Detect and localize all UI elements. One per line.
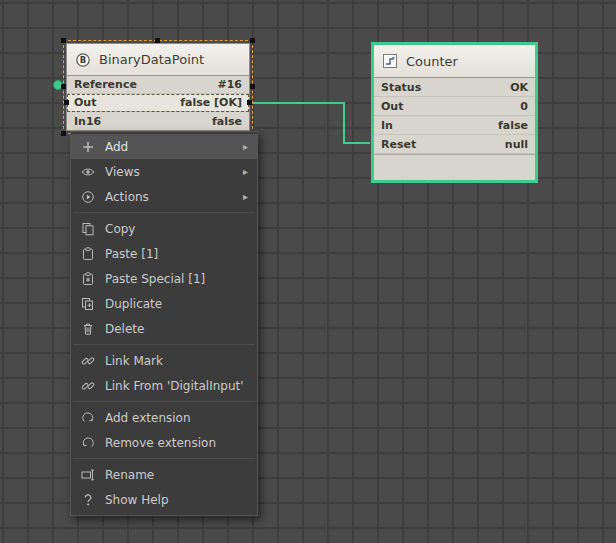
node-binary-data-point[interactable]: B BinaryDataPoint Reference #16 Out fals… xyxy=(66,43,250,131)
slot-handle[interactable] xyxy=(64,100,69,105)
menu-separator xyxy=(73,458,255,459)
menu-item-add[interactable]: Add ▸ xyxy=(71,134,257,159)
actions-icon xyxy=(80,189,96,205)
selection-handle[interactable] xyxy=(155,38,160,43)
context-menu: Add ▸ Views ▸ Actions ▸ xyxy=(70,131,258,516)
property-row-reset[interactable]: Reset null xyxy=(374,135,535,154)
add-extension-icon xyxy=(80,410,96,426)
submenu-arrow-icon: ▸ xyxy=(243,166,248,177)
counter-icon xyxy=(382,53,398,69)
menu-item-paste-special[interactable]: Paste Special [1] xyxy=(71,266,257,291)
node-title: BinaryDataPoint xyxy=(99,52,204,67)
delete-icon xyxy=(80,321,96,337)
rename-icon xyxy=(80,467,96,483)
wire-out-to-in[interactable] xyxy=(251,103,370,143)
menu-item-add-extension[interactable]: Add extension xyxy=(71,405,257,430)
submenu-arrow-icon: ▸ xyxy=(243,191,248,202)
slot-handle[interactable] xyxy=(247,100,252,105)
link-icon xyxy=(80,378,96,394)
menu-item-duplicate[interactable]: Duplicate xyxy=(71,291,257,316)
remove-extension-icon xyxy=(80,435,96,451)
node-title: Counter xyxy=(406,54,458,69)
paste-icon xyxy=(80,246,96,262)
link-icon xyxy=(80,353,96,369)
menu-separator xyxy=(73,212,255,213)
menu-separator xyxy=(73,344,255,345)
menu-item-remove-extension[interactable]: Remove extension xyxy=(71,430,257,455)
property-row-out[interactable]: Out false [OK] xyxy=(67,94,249,112)
menu-item-rename[interactable]: Rename xyxy=(71,462,257,487)
property-row-out[interactable]: Out 0 xyxy=(374,97,535,116)
duplicate-icon xyxy=(80,296,96,312)
copy-icon xyxy=(80,221,96,237)
node-footer xyxy=(374,154,535,180)
property-row-status[interactable]: Status OK xyxy=(374,78,535,97)
menu-item-views[interactable]: Views ▸ xyxy=(71,159,257,184)
menu-item-actions[interactable]: Actions ▸ xyxy=(71,184,257,209)
property-row-in[interactable]: In false xyxy=(374,116,535,135)
menu-item-copy[interactable]: Copy xyxy=(71,216,257,241)
property-row-reference[interactable]: Reference #16 xyxy=(67,76,249,94)
svg-text:B: B xyxy=(80,55,86,65)
wire-sheet-canvas[interactable]: B BinaryDataPoint Reference #16 Out fals… xyxy=(0,0,616,543)
paste-special-icon xyxy=(80,271,96,287)
selection-handle[interactable] xyxy=(250,38,255,43)
menu-separator xyxy=(73,401,255,402)
selection-handle[interactable] xyxy=(250,84,255,89)
selection-handle[interactable] xyxy=(61,131,66,136)
selection-handle[interactable] xyxy=(61,38,66,43)
node-header[interactable]: B BinaryDataPoint xyxy=(67,44,249,76)
property-row-in16[interactable]: In16 false xyxy=(67,112,249,130)
add-icon xyxy=(80,139,96,155)
menu-item-show-help[interactable]: Show Help xyxy=(71,487,257,512)
menu-item-link-mark[interactable]: Link Mark xyxy=(71,348,257,373)
menu-item-delete[interactable]: Delete xyxy=(71,316,257,341)
menu-item-link-from[interactable]: Link From 'DigitalInput' xyxy=(71,373,257,398)
node-header[interactable]: Counter xyxy=(374,45,535,78)
node-counter[interactable]: Counter Status OK Out 0 In false Reset n… xyxy=(371,42,538,183)
binary-point-icon: B xyxy=(75,52,91,68)
views-icon xyxy=(80,164,96,180)
submenu-arrow-icon: ▸ xyxy=(243,141,248,152)
selection-handle[interactable] xyxy=(61,84,66,89)
menu-item-paste[interactable]: Paste [1] xyxy=(71,241,257,266)
help-icon xyxy=(80,492,96,508)
